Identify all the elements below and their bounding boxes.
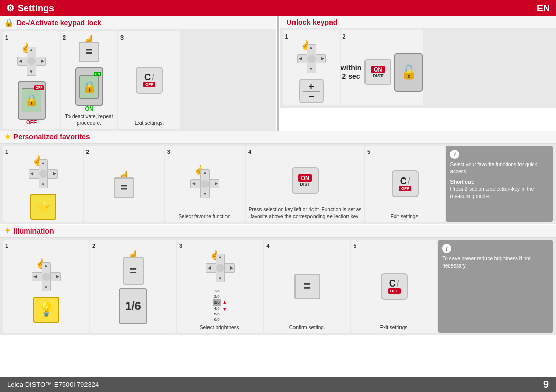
eq-illum-wrap: ☝ = (123, 257, 144, 285)
dpad-illum-1: ☝ ▲ ▼ ◀ ▶ (31, 259, 62, 295)
unlock-steps: 1 ☝ ▲ ▼ ◀ ▶ (280, 28, 557, 108)
equals-fav: = (114, 177, 134, 198)
within-text-block: within 2 sec (341, 64, 361, 80)
info-icon-illum: i (442, 244, 451, 253)
dpad-unlock-1: ☝ ▲ ▼ ◀ ▶ (296, 41, 327, 77)
deactivate-title: 🔒 De-/Activate keypad lock (0, 16, 276, 29)
eq-btn-wrap: ☝ = (79, 42, 99, 62)
equals-illum: = (123, 257, 144, 285)
device-off-1: 🔒 OFF (18, 81, 46, 120)
favorites-steps: 1 ☝ ▲ ▼ ◀ ▶ ⭐ (0, 144, 556, 224)
illum-sec-icon: ✦ (4, 226, 11, 236)
footer: Leica DISTO™ E7500i 792324 9 (0, 377, 556, 392)
illumination-title: ✦ Illumination (0, 225, 556, 238)
header: ⚙ Settings EN (0, 0, 556, 16)
deactivate-step-1: 1 ☝ ▲ ▼ ◀ ▶ (3, 31, 60, 129)
footer-page: 9 (543, 379, 549, 390)
illum-step-1: 1 ☝ ▲ ▼ ◀ ▶ 💡 (3, 240, 89, 333)
lock-sec-icon: 🔒 (4, 18, 14, 27)
dpad-u: ▲ ▼ ◀ ▶ (297, 44, 326, 73)
info-icon-fav: i (450, 150, 459, 159)
fav-step-3: 3 ☝ ▲ ▼ ◀ ▶ Select favorite function. (165, 146, 245, 222)
illum-step-5: 5 C / OFF Exit settings. (351, 240, 437, 333)
fav-step-2: 2 ☝ = (84, 146, 164, 222)
footer-model: Leica DISTO™ E7500i 792324 (7, 381, 99, 388)
illumination-section: ✦ Illumination 1 ☝ ▲ ▼ ◀ ▶ (0, 225, 556, 335)
fav-info: i Select your favorite functions for qui… (446, 146, 553, 222)
favorites-title: ★ Personalized favorites (0, 131, 556, 144)
unlock-device: 🔓 (394, 53, 423, 92)
bulb-device: 💡 (33, 297, 59, 323)
dpad-fav-1: ☝ ▲ ▼ ◀ ▶ (28, 156, 59, 192)
plusminus-btn: + − (299, 79, 324, 103)
brightness-selector: 1/6 2/6 3/6 4/6 5/6 6/6 ▲ ▼ (213, 288, 228, 323)
unlock-step-1: 1 ☝ ▲ ▼ ◀ ▶ (283, 30, 340, 105)
coff-btn-3: C / OFF (136, 67, 163, 94)
illum-step-4: 4 = Confirm setting. (264, 240, 350, 333)
ondist-fav-4: ON DIST (292, 167, 319, 194)
keypad-sections: 🔒 De-/Activate keypad lock 1 ☝ ▲ ▼ (0, 16, 556, 131)
favorites-section: ★ Personalized favorites 1 ☝ ▲ ▼ ◀ ▶ (0, 131, 556, 224)
unlock-title: Unlock keypad (280, 16, 557, 28)
coff-illum-5: C / OFF (381, 273, 408, 300)
fav-step-4: 4 ON DIST Press selection key left or ri… (246, 146, 364, 222)
dpad-1: ☝ ▲ ▼ ◀ ▶ (16, 43, 47, 79)
unlock-step-2: 2 within 2 sec ON DIST (341, 30, 423, 105)
deactivate-step-2: 2 ☝ = 🔒 ON ON (61, 31, 117, 129)
illumination-steps: 1 ☝ ▲ ▼ ◀ ▶ 💡 (0, 238, 556, 335)
eq-fav-wrap: ☝ = (114, 177, 134, 198)
star-device: ⭐ (30, 194, 56, 220)
device-on-1: 🔒 ON (75, 67, 103, 106)
dpad-illum-3: ☝ ▲ ▼ ◀ ▶ (205, 250, 236, 286)
within-items: within 2 sec ON DIST 🔓 (341, 53, 423, 92)
equals-illum-4: = (294, 274, 320, 299)
header-lang: EN (537, 3, 550, 14)
gear-icon: ⚙ (6, 3, 14, 14)
header-title: ⚙ Settings (6, 3, 54, 14)
header-title-text: Settings (18, 3, 54, 14)
ondist-button: ON DIST (364, 59, 391, 85)
illum-step-2: 2 ☝ = 1/6 (90, 240, 176, 333)
fav-step-1: 1 ☝ ▲ ▼ ◀ ▶ ⭐ (3, 146, 83, 222)
star-sec-icon: ★ (4, 132, 11, 141)
ondist-btn-wrap: ON DIST (364, 59, 391, 85)
deactivate-step-3: 3 C / OFF Exit settings. (118, 31, 180, 129)
illum-step-3: 3 ☝ ▲ ▼ ◀ ▶ 1/6 (177, 240, 263, 333)
equals-button: = (79, 42, 99, 62)
deactivate-steps: 1 ☝ ▲ ▼ ◀ ▶ (0, 29, 276, 131)
dpad: ▲ ▼ ◀ ▶ (17, 47, 46, 76)
coff-fav-5: C / OFF (392, 170, 419, 197)
fav-step-5: 5 C / OFF Exit settings. (365, 146, 445, 222)
unlock-section: Unlock keypad 1 ☝ ▲ ▼ ◀ (279, 16, 557, 131)
brightness-display-2: 1/6 (119, 288, 147, 324)
dpad-fav-3: ☝ ▲ ▼ ◀ ▶ (189, 166, 220, 202)
deactivate-section: 🔒 De-/Activate keypad lock 1 ☝ ▲ ▼ (0, 16, 279, 131)
illum-info: i To save power reduce brightness if not… (438, 240, 553, 333)
